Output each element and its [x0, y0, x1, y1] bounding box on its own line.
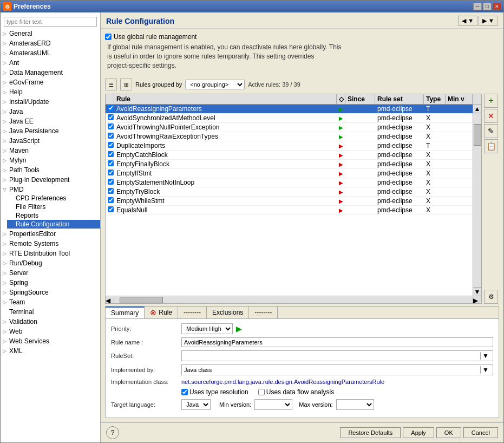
- ruleset-input[interactable]: [184, 352, 480, 360]
- table-row[interactable]: EqualsNull ▶ pmd-eclipse X: [106, 206, 473, 215]
- edit-rule-button2[interactable]: 📋: [484, 139, 498, 153]
- view-grid-button[interactable]: ⊞: [120, 79, 132, 90]
- sidebar-item-javaee[interactable]: ▷ Java EE: [1, 116, 100, 126]
- sidebar-item-pmd[interactable]: ▽ PMD CPD Preferences File Filters Repor…: [1, 185, 100, 229]
- table-row[interactable]: AvoidReassigningParameters ▶ pmd-eclipse…: [106, 105, 473, 114]
- tab-exclusions[interactable]: Exclusions: [207, 307, 249, 318]
- sidebar-item-amateraserd[interactable]: ▷ AmaterasERD: [1, 38, 100, 48]
- table-row[interactable]: EmptyTryBlock ▶ pmd-eclipse X: [106, 187, 473, 197]
- table-actions: + ✕ ✎ 📋 ⚙: [484, 94, 499, 304]
- sidebar-item-mylyn[interactable]: ▷ Mylyn: [1, 155, 100, 165]
- scroll-down-button[interactable]: ▼: [473, 287, 481, 296]
- horizontal-scrollbar[interactable]: ◀ ▶: [106, 296, 481, 303]
- edit-rule-button1[interactable]: ✎: [484, 124, 498, 138]
- implementedby-input[interactable]: [184, 366, 480, 374]
- expand-arrow: ▷: [3, 251, 9, 256]
- ruleset-dropdown-arrow[interactable]: ▼: [480, 352, 490, 360]
- table-row[interactable]: EmptyWhileStmt ▶ pmd-eclipse X: [106, 197, 473, 206]
- table-row[interactable]: AvoidThrowingRawExceptionTypes ▶ pmd-ecl…: [106, 132, 473, 141]
- table-row[interactable]: AvoidThrowingNullPointerException ▶ pmd-…: [106, 123, 473, 132]
- sidebar-item-maven[interactable]: ▷ Maven: [1, 146, 100, 155]
- sidebar-item-rundebug[interactable]: ▷ Run/Debug: [1, 258, 100, 268]
- minversion-select[interactable]: [254, 399, 292, 410]
- table-row[interactable]: DuplicateImports ▶ pmd-eclipse T: [106, 141, 473, 151]
- row-checkbox[interactable]: [106, 105, 114, 113]
- horiz-scroll-thumb[interactable]: [120, 297, 163, 303]
- maximize-button[interactable]: □: [483, 3, 492, 10]
- sidebar-item-springsource[interactable]: ▷ SpringSource: [1, 288, 100, 297]
- settings-button[interactable]: ⚙: [484, 290, 498, 304]
- table-body: AvoidReassigningParameters ▶ pmd-eclipse…: [106, 105, 473, 296]
- sidebar-item-egovframe[interactable]: ▷ eGovFrame: [1, 77, 100, 87]
- priority-select[interactable]: Medium High Low Medium Low Medium High: [181, 323, 233, 334]
- ok-button[interactable]: OK: [436, 427, 461, 438]
- sidebar-item-installupdate[interactable]: ▷ Install/Update: [1, 97, 100, 107]
- sidebar-item-datamanagement[interactable]: ▷ Data Management: [1, 68, 100, 77]
- scroll-right-button[interactable]: ▶: [473, 297, 481, 303]
- sidebar-item-xml[interactable]: ▷ XML: [1, 346, 100, 356]
- tab-rule[interactable]: ⊗ Rule: [145, 307, 178, 318]
- sidebar-item-spring[interactable]: ▷ Spring: [1, 278, 100, 288]
- vertical-scrollbar[interactable]: ▲ ▼: [473, 105, 481, 296]
- sidebar-item-help[interactable]: ▷ Help: [1, 87, 100, 97]
- maxversion-label: Max version:: [299, 401, 332, 408]
- sidebar-item-java[interactable]: ▷ Java: [1, 107, 100, 116]
- add-rule-button[interactable]: +: [484, 94, 498, 108]
- scroll-left-button[interactable]: ◀: [106, 297, 114, 303]
- sidebar-item-propertieseditor[interactable]: ▷ PropertiesEditor: [1, 229, 100, 239]
- cancel-button[interactable]: Cancel: [463, 427, 498, 438]
- table-row[interactable]: EmptyCatchBlock ▶ pmd-eclipse X: [106, 151, 473, 160]
- remove-rule-button[interactable]: ✕: [484, 109, 498, 123]
- expand-arrow: ▷: [3, 138, 9, 144]
- table-row[interactable]: EmptyStatementNotInLoop ▶ pmd-eclipse X: [106, 178, 473, 187]
- sidebar-item-general[interactable]: ▷ General: [1, 29, 100, 38]
- sidebar-item-filefilters[interactable]: File Filters: [7, 203, 100, 211]
- table-row[interactable]: AvoidSynchronizedAtMethodLevel ▶ pmd-ecl…: [106, 114, 473, 123]
- apply-button[interactable]: Apply: [403, 427, 434, 438]
- tab-sep2: --------: [249, 307, 278, 318]
- forward-button[interactable]: ▶ ▼: [479, 16, 498, 26]
- implementedby-dropdown-arrow[interactable]: ▼: [480, 366, 490, 374]
- close-button[interactable]: ✕: [493, 3, 501, 10]
- help-button[interactable]: ?: [106, 426, 119, 439]
- scroll-thumb[interactable]: [474, 124, 481, 146]
- sidebar-item-validation[interactable]: ▷ Validation: [1, 317, 100, 327]
- sidebar-item-rtedistributiontool[interactable]: ▷ RTE Distribution Tool: [1, 249, 100, 258]
- options-control: Uses type resolution Uses data flow anal…: [181, 388, 493, 396]
- table-row[interactable]: EmptyFinallyBlock ▶ pmd-eclipse X: [106, 160, 473, 169]
- targetlang-select[interactable]: Java JSP XML: [181, 399, 211, 410]
- uses-type-resolution-checkbox[interactable]: [181, 389, 188, 395]
- sidebar-item-javapersistence[interactable]: ▷ Java Persistence: [1, 126, 100, 136]
- scroll-up-button[interactable]: ▲: [473, 105, 481, 113]
- table-row[interactable]: EmptyIfStmt ▶ pmd-eclipse X: [106, 169, 473, 178]
- filter-input[interactable]: [4, 17, 97, 27]
- sidebar-item-remotesystems[interactable]: ▷ Remote Systems: [1, 239, 100, 249]
- uses-data-flow-checkbox[interactable]: [258, 389, 265, 395]
- rulename-input[interactable]: [181, 337, 493, 347]
- minimize-button[interactable]: ─: [473, 3, 482, 10]
- sidebar-item-amaterasuml[interactable]: ▷ AmaterasUML: [1, 48, 100, 58]
- groupby-label: Rules grouped by: [135, 81, 182, 88]
- sidebar-item-javascript[interactable]: ▷ JavaScript: [1, 136, 100, 146]
- restore-defaults-button[interactable]: Restore Defaults: [340, 427, 401, 438]
- table-scroll-area: AvoidReassigningParameters ▶ pmd-eclipse…: [106, 105, 481, 296]
- sidebar-item-ant[interactable]: ▷ Ant: [1, 58, 100, 68]
- back-button[interactable]: ◀ ▼: [458, 16, 477, 26]
- sidebar-item-server[interactable]: ▷ Server: [1, 268, 100, 278]
- sidebar-item-pathtools[interactable]: ▷ Path Tools: [1, 165, 100, 175]
- sidebar-item-terminal[interactable]: Terminal: [1, 307, 100, 317]
- sidebar-item-webservices[interactable]: ▷ Web Services: [1, 336, 100, 346]
- sidebar-item-plugindevelopment[interactable]: ▷ Plug-in Development: [1, 175, 100, 185]
- content-area: Use global rule management If global rul…: [101, 29, 503, 422]
- sidebar-item-web[interactable]: ▷ Web: [1, 327, 100, 336]
- sidebar-item-reports[interactable]: Reports: [7, 211, 100, 220]
- sidebar-item-cpdpreferences[interactable]: CPD Preferences: [7, 194, 100, 203]
- grouping-select[interactable]: <no grouping> Rule set Type Priority: [185, 80, 245, 89]
- sidebar-item-ruleconfiguration[interactable]: Rule Configuration: [7, 220, 100, 229]
- maxversion-select[interactable]: [336, 399, 374, 410]
- global-rule-checkbox[interactable]: [105, 34, 112, 40]
- expand-arrow: ▷: [3, 89, 9, 95]
- view-list-button[interactable]: ☰: [105, 79, 117, 90]
- sidebar-item-team[interactable]: ▷ Team: [1, 297, 100, 307]
- tab-summary[interactable]: Summary: [106, 307, 145, 318]
